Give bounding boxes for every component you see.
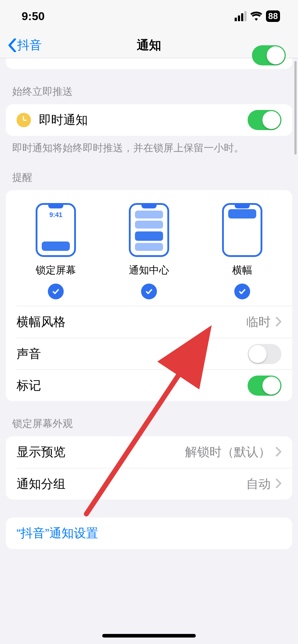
app-notification-settings-label: “抖音”通知设置 xyxy=(17,525,98,542)
status-indicators: 88 xyxy=(235,10,280,22)
battery-indicator: 88 xyxy=(266,10,280,22)
chevron-right-icon xyxy=(276,315,281,329)
badges-toggle[interactable] xyxy=(248,376,281,396)
home-indicator[interactable] xyxy=(102,634,196,638)
cellular-icon xyxy=(235,11,247,21)
show-previews-row[interactable]: 显示预览 解锁时（默认） xyxy=(6,436,292,468)
instant-notifications-row[interactable]: 即时通知 xyxy=(6,104,292,136)
notification-grouping-label: 通知分组 xyxy=(17,476,66,492)
alert-option-banner-label: 横幅 xyxy=(232,263,252,277)
battery-percent: 88 xyxy=(268,11,278,21)
alert-option-notification-center[interactable]: 通知中心 xyxy=(129,203,169,299)
lock-screen-appearance-header: 锁定屏幕外观 xyxy=(6,407,292,436)
allow-notifications-row-partial[interactable] xyxy=(6,58,292,69)
instant-delivery-footer: 即时通知将始终即时推送，并在锁屏上保留一小时。 xyxy=(6,136,292,155)
scroll-indicator[interactable] xyxy=(294,61,297,155)
instant-delivery-group: 始终立即推送 即时通知 即时通知将始终即时推送，并在锁屏上保留一小时。 xyxy=(6,75,292,155)
lock-screen-appearance-group: 锁定屏幕外观 显示预览 解锁时（默认） 通知分组 自动 xyxy=(6,407,292,500)
banner-style-value: 临时 xyxy=(246,314,271,330)
status-bar: 9:50 88 xyxy=(0,0,298,32)
banner-preview-icon xyxy=(222,203,262,257)
show-previews-value: 解锁时（默认） xyxy=(185,444,271,460)
notification-center-preview-icon xyxy=(129,203,169,257)
banner-style-row[interactable]: 横幅风格 临时 xyxy=(6,306,292,338)
instant-notifications-label: 即时通知 xyxy=(39,112,88,128)
notification-grouping-row[interactable]: 通知分组 自动 xyxy=(17,468,292,500)
checkmark-icon xyxy=(141,284,157,299)
alert-option-notification-center-label: 通知中心 xyxy=(129,263,169,277)
badges-label: 标记 xyxy=(17,377,41,394)
alerts-group: 提醒 9:41 锁定屏幕 xyxy=(6,161,292,401)
wifi-icon xyxy=(250,12,262,21)
sounds-row[interactable]: 声音 xyxy=(17,338,292,369)
clock-icon xyxy=(17,113,31,127)
page-title: 通知 xyxy=(137,37,161,54)
content: 始终立即推送 即时通知 即时通知将始终即时推送，并在锁屏上保留一小时。 提醒 xyxy=(0,58,298,576)
badges-row[interactable]: 标记 xyxy=(17,369,292,401)
banner-style-label: 横幅风格 xyxy=(17,314,66,330)
back-label: 抖音 xyxy=(17,37,42,54)
sounds-label: 声音 xyxy=(17,346,41,362)
checkmark-icon xyxy=(234,284,250,299)
app-settings-group: “抖音”通知设置 xyxy=(6,518,292,549)
alert-option-lock-screen-label: 锁定屏幕 xyxy=(36,263,76,277)
sounds-toggle[interactable] xyxy=(248,344,281,364)
chevron-right-icon xyxy=(276,445,281,459)
show-previews-label: 显示预览 xyxy=(17,444,66,460)
instant-notifications-toggle[interactable] xyxy=(248,110,281,130)
chevron-right-icon xyxy=(276,477,281,491)
lock-screen-preview-icon: 9:41 xyxy=(36,203,76,257)
app-notification-settings-link[interactable]: “抖音”通知设置 xyxy=(6,518,292,549)
back-button[interactable]: 抖音 xyxy=(8,32,42,58)
status-time: 9:50 xyxy=(22,10,45,23)
alert-option-banner[interactable]: 横幅 xyxy=(222,203,262,299)
allow-notifications-toggle[interactable] xyxy=(252,45,286,65)
notification-grouping-value: 自动 xyxy=(246,476,271,492)
checkmark-icon xyxy=(48,284,64,299)
instant-delivery-header: 始终立即推送 xyxy=(6,75,292,104)
alerts-header: 提醒 xyxy=(6,161,292,190)
alert-option-lock-screen[interactable]: 9:41 锁定屏幕 xyxy=(36,203,76,299)
